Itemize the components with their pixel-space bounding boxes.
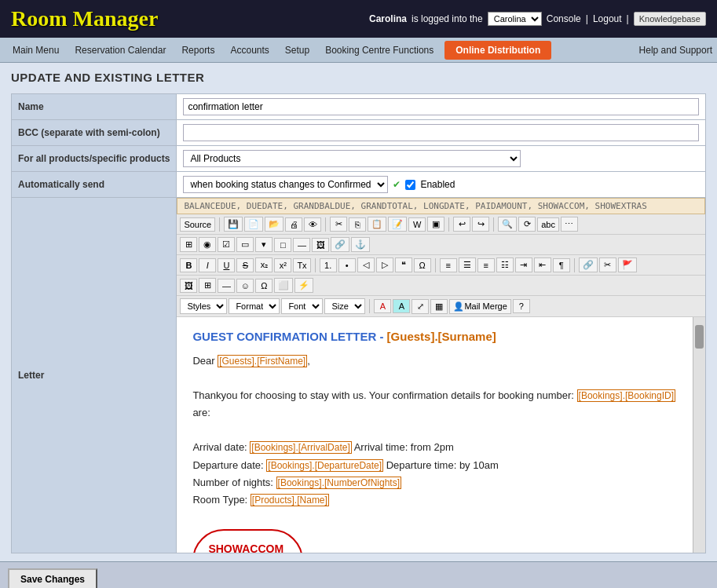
redo-button[interactable]: ↪ xyxy=(472,217,489,232)
outdent-button[interactable]: ◁ xyxy=(357,257,375,272)
nav-booking-centre[interactable]: Booking Centre Functions xyxy=(317,40,441,60)
name-cell xyxy=(177,94,706,120)
more-button[interactable]: ⋯ xyxy=(561,217,578,232)
console-link[interactable]: Console xyxy=(547,13,581,24)
bg-color-button[interactable]: A xyxy=(393,299,410,313)
radio-button[interactable]: ◉ xyxy=(199,237,216,252)
hidden-button[interactable]: — xyxy=(293,238,310,252)
editor-body: Dear [Guests].[FirstName], Thankyou for … xyxy=(192,352,690,553)
bcc-input[interactable] xyxy=(183,124,699,141)
format-select[interactable]: Format xyxy=(229,298,280,314)
cut-button[interactable]: ✂ xyxy=(330,217,347,232)
name-input[interactable] xyxy=(183,98,699,115)
nav-reservation-calendar[interactable]: Reservation Calendar xyxy=(67,40,174,60)
blocks-button[interactable]: ▦ xyxy=(430,299,448,314)
remove-format-button[interactable]: Tx xyxy=(293,258,310,272)
font-select[interactable]: Font xyxy=(281,298,323,314)
room-line: Room Type: [Products].[Name] xyxy=(192,491,690,509)
hyperlink-button[interactable]: 🔗 xyxy=(579,257,598,272)
table-button[interactable]: ⊞ xyxy=(180,237,197,252)
copy-button[interactable]: ⎘ xyxy=(349,217,366,232)
save-doc-button[interactable]: 💾 xyxy=(224,217,243,232)
image-button[interactable]: 🖼 xyxy=(312,238,329,252)
iframe-button[interactable]: ⬜ xyxy=(274,278,293,293)
indent-button[interactable]: ▷ xyxy=(376,257,393,272)
undo-button[interactable]: ↩ xyxy=(453,217,470,232)
font-color-button[interactable]: A xyxy=(374,299,391,313)
nav-setup[interactable]: Setup xyxy=(277,40,317,60)
flash-button[interactable]: ⚡ xyxy=(294,278,313,293)
bold-button[interactable]: B xyxy=(180,258,197,272)
ol-button[interactable]: 1. xyxy=(320,258,337,272)
products-select[interactable]: All Products xyxy=(183,150,521,167)
nav-online-distribution[interactable]: Online Distribution xyxy=(444,41,551,60)
nights-line: Number of nights: [Bookings].[NumberOfNi… xyxy=(192,474,690,491)
ul-button[interactable]: • xyxy=(338,258,356,272)
vertical-scrollbar[interactable] xyxy=(693,317,705,553)
insert-special-button[interactable]: Ω xyxy=(255,279,273,293)
insert-image-button[interactable]: 🖼 xyxy=(180,279,197,293)
preview-button[interactable]: 👁 xyxy=(304,217,321,232)
nav-help-support[interactable]: Help and Support xyxy=(639,45,712,56)
select-all-button[interactable]: ▣ xyxy=(427,217,444,232)
input-button[interactable]: ▭ xyxy=(236,237,254,252)
paste-button[interactable]: 📋 xyxy=(368,217,386,232)
departure-field: [Bookings].[DepartureDate] xyxy=(266,459,383,472)
underline-button[interactable]: U xyxy=(218,258,235,272)
print-button[interactable]: 🖨 xyxy=(285,217,302,232)
align-center-button[interactable]: ☰ xyxy=(459,257,476,272)
insert-hr-button[interactable]: — xyxy=(218,279,235,293)
bcc-label: BCC (separate with semi-colon) xyxy=(12,120,177,146)
link-button[interactable]: 🔗 xyxy=(331,237,349,252)
insert-smiley-button[interactable]: ☺ xyxy=(236,279,254,293)
new-doc-button[interactable]: 📄 xyxy=(244,217,263,232)
paste-text-button[interactable]: 📝 xyxy=(388,217,407,232)
editor-area[interactable]: GUEST CONFIRMATION LETTER - [Guests].[Su… xyxy=(177,317,705,553)
align-left-button[interactable]: ≡ xyxy=(440,258,457,272)
hotel-select[interactable]: Carolina xyxy=(488,12,542,26)
button-btn[interactable]: □ xyxy=(274,238,291,252)
page-title: UPDATE AND EXISTING LETTER xyxy=(11,71,706,84)
replace-button[interactable]: ⟳ xyxy=(518,217,536,232)
subscript-button[interactable]: x₂ xyxy=(255,257,273,272)
italic-button[interactable]: I xyxy=(199,258,216,272)
mail-merge-button[interactable]: 👤 Mail Merge xyxy=(449,299,510,314)
blockquote-button[interactable]: ❝ xyxy=(395,257,412,272)
ltr-button[interactable]: ⇥ xyxy=(515,257,532,272)
autosend-select[interactable]: when booking status changes to Confirmed xyxy=(183,176,388,193)
styles-select[interactable]: Styles xyxy=(180,298,227,314)
flag-button[interactable]: 🚩 xyxy=(618,257,637,272)
superscript-button[interactable]: x² xyxy=(274,258,291,272)
paste-word-button[interactable]: W xyxy=(408,217,426,232)
logout-link[interactable]: Logout xyxy=(593,13,622,24)
size-select[interactable]: Size xyxy=(324,298,365,314)
rtl-button[interactable]: ⇤ xyxy=(534,257,551,272)
maximize-button[interactable]: ⤢ xyxy=(412,299,429,314)
source-button[interactable]: Source xyxy=(180,217,215,232)
help-button[interactable]: ? xyxy=(513,299,530,313)
header: Room Manager Carolina is logged into the… xyxy=(0,0,717,38)
select-button[interactable]: ▾ xyxy=(255,237,273,252)
checkbox-button[interactable]: ☑ xyxy=(218,237,235,252)
spell-button[interactable]: abc xyxy=(537,217,559,232)
strikethrough-button[interactable]: S xyxy=(236,258,254,272)
specialchar-button[interactable]: Ω xyxy=(414,258,431,272)
align-justify-button[interactable]: ☷ xyxy=(496,257,514,272)
align-right-button[interactable]: ≡ xyxy=(477,258,495,272)
arrival-field: [Bookings].[ArrivalDate] xyxy=(250,441,351,454)
scrollbar-thumb[interactable] xyxy=(695,325,704,349)
format-block-button[interactable]: ¶ xyxy=(553,258,570,272)
save-changes-button[interactable]: Save Changes xyxy=(8,568,97,588)
bcc-cell xyxy=(177,120,706,146)
nav-reports[interactable]: Reports xyxy=(174,40,222,60)
open-doc-button[interactable]: 📂 xyxy=(265,217,284,232)
unlink-button[interactable]: ✂ xyxy=(599,257,616,272)
insert-table-button[interactable]: ⊞ xyxy=(199,278,216,293)
enabled-checkbox[interactable] xyxy=(405,180,415,190)
nav-accounts[interactable]: Accounts xyxy=(222,40,276,60)
knowledgebase-button[interactable]: Knowledgebase xyxy=(634,12,706,26)
find-button[interactable]: 🔍 xyxy=(498,217,517,232)
anchor-button[interactable]: ⚓ xyxy=(351,237,370,252)
nav-main-menu[interactable]: Main Menu xyxy=(5,40,67,60)
thanks-para: Thankyou for choosing to stay with us. Y… xyxy=(192,387,690,422)
